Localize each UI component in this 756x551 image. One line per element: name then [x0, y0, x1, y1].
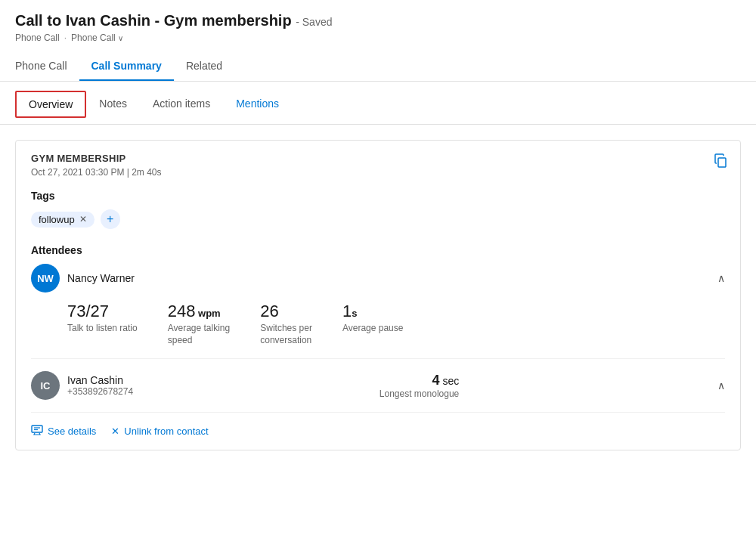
stat-label-talk-listen: Talk to listen ratio — [67, 323, 138, 335]
chevron-up-icon-nw[interactable]: ∧ — [717, 272, 725, 284]
tags-row: followup ✕ + — [31, 209, 725, 229]
stat-value-speed: 248 — [168, 302, 196, 320]
page-title-text: Call to Ivan Cashin - Gym membership — [15, 12, 292, 29]
attendee-header-nw: NW Nancy Warner ∧ — [31, 264, 725, 293]
header-area: Call to Ivan Cashin - Gym membership - S… — [0, 0, 756, 82]
sub-tab-mentions[interactable]: Mentions — [223, 91, 292, 118]
copy-icon[interactable] — [713, 153, 728, 172]
saved-badge: - Saved — [296, 16, 332, 28]
divider2 — [31, 412, 725, 413]
stat-label-speed: Average talkingspeed — [168, 323, 231, 346]
add-tag-button[interactable]: + — [101, 209, 120, 229]
ivan-mono-num: 4 — [432, 373, 440, 388]
gym-title: GYM MEMBERSHIP — [31, 153, 725, 164]
attendee-row-nw: NW Nancy Warner ∧ 73/27 Talk to listen r… — [31, 264, 725, 346]
attendee-name-nw: Nancy Warner — [67, 272, 135, 284]
ivan-mono-value: 4 sec — [432, 373, 460, 388]
ivan-monologue-area: 4 sec Longest monologue — [380, 373, 459, 399]
breadcrumb-item2: Phone Call — [71, 33, 116, 43]
divider — [31, 358, 725, 359]
unlink-label: Unlink from contact — [124, 426, 208, 437]
tab-phone-call[interactable]: Phone Call — [15, 52, 79, 81]
attendee-phone-ic: +353892678274 — [67, 386, 133, 397]
stat-value-talk-listen: 73/27 — [67, 302, 109, 320]
tags-label: Tags — [31, 190, 725, 202]
breadcrumb: Phone Call · Phone Call ∨ — [15, 33, 741, 43]
call-info-card: GYM MEMBERSHIP Oct 27, 2021 03:30 PM | 2… — [15, 140, 741, 450]
attendee-name-ic: Ivan Cashin — [67, 374, 133, 386]
tab-call-summary[interactable]: Call Summary — [79, 52, 174, 81]
stat-value-pause: 1 — [342, 302, 352, 320]
page-title: Call to Ivan Cashin - Gym membership - S… — [15, 12, 741, 29]
tag-remove-icon[interactable]: ✕ — [79, 214, 87, 224]
tab-related[interactable]: Related — [174, 52, 234, 81]
footer-actions: See details ✕ Unlink from contact — [31, 425, 725, 438]
stat-talk-listen: 73/27 Talk to listen ratio — [67, 302, 138, 346]
stats-row-nw: 73/27 Talk to listen ratio 248 wpm Avera… — [31, 302, 725, 346]
sub-tab-notes[interactable]: Notes — [86, 91, 140, 118]
attendees-section: Attendees NW Nancy Warner ∧ 73/27 Talk t… — [31, 244, 725, 438]
see-details-icon — [31, 425, 43, 438]
ivan-mono-label: Longest monologue — [380, 388, 459, 399]
avatar-ic: IC — [31, 371, 60, 400]
avatar-nw: NW — [31, 264, 60, 293]
stat-label-switches: Switches perconversation — [260, 323, 312, 346]
stat-talking-speed: 248 wpm Average talkingspeed — [168, 302, 231, 346]
svg-rect-1 — [32, 426, 42, 432]
breadcrumb-dropdown[interactable]: Phone Call ∨ — [71, 33, 123, 43]
unlink-icon: ✕ — [111, 426, 119, 437]
stat-label-pause: Average pause — [342, 323, 404, 335]
call-meta: Oct 27, 2021 03:30 PM | 2m 40s — [31, 167, 725, 178]
stat-pause: 1s Average pause — [342, 302, 404, 346]
content-area: GYM MEMBERSHIP Oct 27, 2021 03:30 PM | 2… — [0, 125, 756, 466]
svg-rect-0 — [718, 158, 726, 167]
tag-chip-followup: followup ✕ — [31, 212, 94, 228]
chevron-up-icon-ic[interactable]: ∧ — [717, 379, 725, 392]
attendee-info-ic: IC Ivan Cashin +353892678274 — [31, 371, 133, 400]
tag-name: followup — [39, 214, 75, 225]
stat-value-switches: 26 — [260, 302, 278, 320]
breadcrumb-chevron-icon: ∨ — [118, 34, 123, 42]
stat-unit-speed: wpm — [195, 308, 220, 319]
main-tabs: Phone Call Call Summary Related — [15, 52, 741, 81]
stat-unit-pause: s — [352, 308, 357, 319]
see-details-button[interactable]: See details — [31, 425, 96, 438]
see-details-label: See details — [48, 426, 96, 437]
unlink-button[interactable]: ✕ Unlink from contact — [111, 426, 208, 437]
attendee-header-ic: IC Ivan Cashin +353892678274 4 sec Longe… — [31, 371, 725, 400]
attendee-row-ic: IC Ivan Cashin +353892678274 4 sec Longe… — [31, 371, 725, 400]
stat-switches: 26 Switches perconversation — [260, 302, 312, 346]
sub-tab-overview[interactable]: Overview — [15, 91, 86, 118]
sub-tabs-area: Overview Notes Action items Mentions — [0, 82, 756, 125]
tags-area: Tags followup ✕ + — [31, 190, 725, 229]
ivan-mono-unit: sec — [440, 375, 460, 387]
attendees-label: Attendees — [31, 244, 725, 256]
sub-tab-action-items[interactable]: Action items — [140, 91, 223, 118]
breadcrumb-sep: · — [64, 33, 67, 43]
breadcrumb-item1: Phone Call — [15, 33, 60, 43]
attendee-info-nw: NW Nancy Warner — [31, 264, 135, 293]
